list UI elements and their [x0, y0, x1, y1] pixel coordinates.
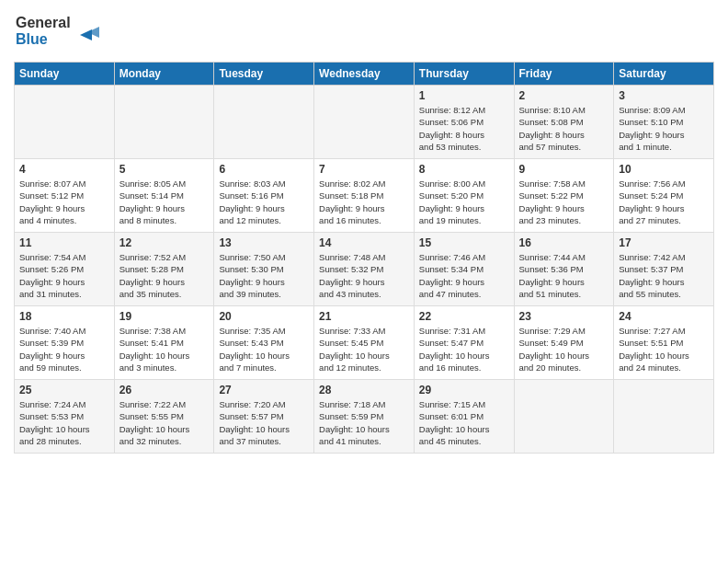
day-cell: 4Sunrise: 8:07 AM Sunset: 5:12 PM Daylig…	[15, 159, 115, 233]
day-info: Sunrise: 7:42 AM Sunset: 5:37 PM Dayligh…	[619, 251, 709, 300]
day-info: Sunrise: 7:15 AM Sunset: 6:01 PM Dayligh…	[419, 398, 509, 447]
day-info: Sunrise: 7:50 AM Sunset: 5:30 PM Dayligh…	[219, 251, 309, 300]
day-number: 22	[419, 310, 509, 323]
svg-text:General: General	[16, 15, 71, 30]
day-info: Sunrise: 7:58 AM Sunset: 5:22 PM Dayligh…	[519, 178, 609, 226]
day-info: Sunrise: 7:35 AM Sunset: 5:43 PM Dayligh…	[219, 325, 309, 373]
day-number: 20	[219, 310, 309, 323]
day-info: Sunrise: 8:12 AM Sunset: 5:06 PM Dayligh…	[419, 104, 509, 153]
day-cell: 24Sunrise: 7:27 AM Sunset: 5:51 PM Dayli…	[614, 306, 714, 380]
day-info: Sunrise: 7:38 AM Sunset: 5:41 PM Dayligh…	[119, 325, 210, 373]
day-number: 6	[219, 163, 309, 176]
day-cell: 2Sunrise: 8:10 AM Sunset: 5:08 PM Daylig…	[514, 86, 614, 159]
day-cell	[614, 380, 714, 454]
day-cell: 13Sunrise: 7:50 AM Sunset: 5:30 PM Dayli…	[214, 233, 314, 306]
logo: General Blue	[14, 9, 115, 54]
day-cell: 20Sunrise: 7:35 AM Sunset: 5:43 PM Dayli…	[214, 306, 314, 380]
day-number: 23	[519, 310, 609, 323]
day-info: Sunrise: 8:03 AM Sunset: 5:16 PM Dayligh…	[219, 178, 309, 226]
day-number: 3	[619, 89, 709, 102]
day-info: Sunrise: 8:05 AM Sunset: 5:14 PM Dayligh…	[119, 178, 210, 226]
day-cell: 8Sunrise: 8:00 AM Sunset: 5:20 PM Daylig…	[414, 159, 514, 233]
day-cell: 9Sunrise: 7:58 AM Sunset: 5:22 PM Daylig…	[514, 159, 614, 233]
day-cell: 22Sunrise: 7:31 AM Sunset: 5:47 PM Dayli…	[414, 306, 514, 380]
day-cell: 27Sunrise: 7:20 AM Sunset: 5:57 PM Dayli…	[214, 380, 314, 454]
day-number: 21	[319, 310, 409, 323]
day-cell: 10Sunrise: 7:56 AM Sunset: 5:24 PM Dayli…	[614, 159, 714, 233]
day-info: Sunrise: 7:40 AM Sunset: 5:39 PM Dayligh…	[19, 325, 109, 373]
svg-text:Blue: Blue	[16, 31, 48, 47]
day-number: 14	[319, 236, 409, 249]
day-number: 26	[119, 384, 210, 396]
day-cell: 15Sunrise: 7:46 AM Sunset: 5:34 PM Dayli…	[414, 233, 514, 306]
day-number: 19	[119, 310, 210, 323]
day-cell: 17Sunrise: 7:42 AM Sunset: 5:37 PM Dayli…	[614, 233, 714, 306]
header-cell-tuesday: Tuesday	[214, 63, 314, 86]
day-info: Sunrise: 7:18 AM Sunset: 5:59 PM Dayligh…	[319, 398, 409, 447]
day-info: Sunrise: 8:09 AM Sunset: 5:10 PM Dayligh…	[619, 104, 709, 153]
day-number: 2	[519, 89, 609, 102]
header-cell-wednesday: Wednesday	[314, 63, 415, 86]
day-info: Sunrise: 7:44 AM Sunset: 5:36 PM Dayligh…	[519, 251, 609, 300]
day-number: 7	[319, 163, 409, 176]
day-info: Sunrise: 8:07 AM Sunset: 5:12 PM Dayligh…	[19, 178, 109, 226]
day-number: 12	[119, 236, 210, 249]
header: General Blue	[14, 9, 714, 54]
day-info: Sunrise: 7:54 AM Sunset: 5:26 PM Dayligh…	[19, 251, 109, 300]
header-cell-saturday: Saturday	[614, 63, 714, 86]
day-cell: 26Sunrise: 7:22 AM Sunset: 5:55 PM Dayli…	[114, 380, 214, 454]
day-cell: 5Sunrise: 8:05 AM Sunset: 5:14 PM Daylig…	[114, 159, 214, 233]
day-cell	[15, 86, 115, 159]
day-cell: 16Sunrise: 7:44 AM Sunset: 5:36 PM Dayli…	[514, 233, 614, 306]
day-cell: 6Sunrise: 8:03 AM Sunset: 5:16 PM Daylig…	[214, 159, 314, 233]
day-number: 11	[19, 236, 109, 249]
day-number: 16	[519, 236, 609, 249]
day-info: Sunrise: 8:00 AM Sunset: 5:20 PM Dayligh…	[419, 178, 509, 226]
day-cell	[514, 380, 614, 454]
day-cell: 18Sunrise: 7:40 AM Sunset: 5:39 PM Dayli…	[15, 306, 115, 380]
day-info: Sunrise: 7:24 AM Sunset: 5:53 PM Dayligh…	[19, 398, 109, 447]
day-info: Sunrise: 7:33 AM Sunset: 5:45 PM Dayligh…	[319, 325, 409, 373]
day-info: Sunrise: 7:22 AM Sunset: 5:55 PM Dayligh…	[119, 398, 210, 447]
day-number: 25	[19, 384, 109, 396]
header-cell-sunday: Sunday	[15, 63, 115, 86]
logo-text: General Blue	[14, 9, 115, 54]
day-cell: 1Sunrise: 8:12 AM Sunset: 5:06 PM Daylig…	[414, 86, 514, 159]
day-number: 8	[419, 163, 509, 176]
day-info: Sunrise: 7:20 AM Sunset: 5:57 PM Dayligh…	[219, 398, 309, 447]
day-number: 28	[319, 384, 409, 396]
day-number: 4	[19, 163, 109, 176]
day-number: 5	[119, 163, 210, 176]
header-row: SundayMondayTuesdayWednesdayThursdayFrid…	[15, 63, 714, 86]
day-info: Sunrise: 7:52 AM Sunset: 5:28 PM Dayligh…	[119, 251, 210, 300]
page-container: General Blue SundayMondayTuesdayWednesda…	[0, 0, 728, 463]
day-cell: 7Sunrise: 8:02 AM Sunset: 5:18 PM Daylig…	[314, 159, 415, 233]
day-info: Sunrise: 7:31 AM Sunset: 5:47 PM Dayligh…	[419, 325, 509, 373]
day-cell: 21Sunrise: 7:33 AM Sunset: 5:45 PM Dayli…	[314, 306, 415, 380]
day-number: 13	[219, 236, 309, 249]
day-number: 17	[619, 236, 709, 249]
day-number: 29	[419, 384, 509, 396]
day-number: 18	[19, 310, 109, 323]
day-number: 1	[419, 89, 509, 102]
day-cell: 29Sunrise: 7:15 AM Sunset: 6:01 PM Dayli…	[414, 380, 514, 454]
day-info: Sunrise: 7:46 AM Sunset: 5:34 PM Dayligh…	[419, 251, 509, 300]
week-row-3: 11Sunrise: 7:54 AM Sunset: 5:26 PM Dayli…	[15, 233, 714, 306]
day-number: 15	[419, 236, 509, 249]
day-cell: 12Sunrise: 7:52 AM Sunset: 5:28 PM Dayli…	[114, 233, 214, 306]
day-cell: 25Sunrise: 7:24 AM Sunset: 5:53 PM Dayli…	[15, 380, 115, 454]
day-cell	[114, 86, 214, 159]
day-info: Sunrise: 8:10 AM Sunset: 5:08 PM Dayligh…	[519, 104, 609, 153]
header-cell-thursday: Thursday	[414, 63, 514, 86]
day-cell: 28Sunrise: 7:18 AM Sunset: 5:59 PM Dayli…	[314, 380, 415, 454]
day-cell: 11Sunrise: 7:54 AM Sunset: 5:26 PM Dayli…	[15, 233, 115, 306]
day-info: Sunrise: 7:27 AM Sunset: 5:51 PM Dayligh…	[619, 325, 709, 373]
week-row-4: 18Sunrise: 7:40 AM Sunset: 5:39 PM Dayli…	[15, 306, 714, 380]
day-number: 27	[219, 384, 309, 396]
week-row-1: 1Sunrise: 8:12 AM Sunset: 5:06 PM Daylig…	[15, 86, 714, 159]
day-cell	[314, 86, 415, 159]
day-info: Sunrise: 7:56 AM Sunset: 5:24 PM Dayligh…	[619, 178, 709, 226]
day-number: 24	[619, 310, 709, 323]
day-cell: 14Sunrise: 7:48 AM Sunset: 5:32 PM Dayli…	[314, 233, 415, 306]
day-info: Sunrise: 8:02 AM Sunset: 5:18 PM Dayligh…	[319, 178, 409, 226]
